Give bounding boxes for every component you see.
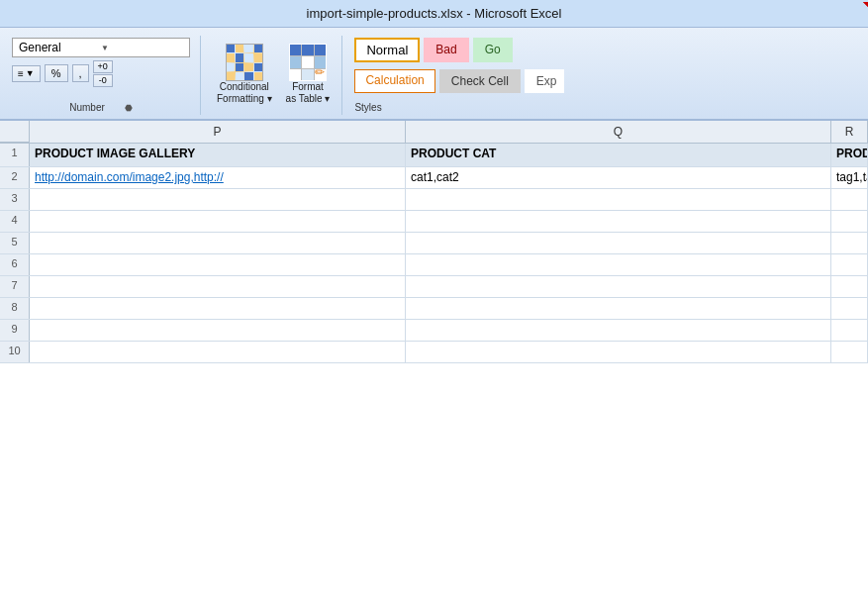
cell-r4[interactable]	[831, 211, 868, 232]
corner-cell	[0, 121, 30, 143]
row-number: 7	[0, 276, 30, 297]
number-group-expand-icon[interactable]: ⬣	[125, 103, 133, 113]
number-group-label: Number	[69, 102, 105, 113]
dropdown-arrow-icon: ▼	[101, 44, 183, 52]
cell-r10[interactable]	[831, 342, 868, 362]
align-icon: ≡	[18, 68, 24, 79]
col-p-label: P	[213, 125, 221, 139]
cell-q3[interactable]	[406, 189, 831, 210]
cell-r9[interactable]	[831, 320, 868, 341]
sheet-body: 1 PRODUCT IMAGE GALLERY PRODUCT CAT PROD…	[0, 144, 868, 363]
styles-group: Normal Bad Go Calculation Check Cell Exp…	[346, 36, 860, 115]
row-number: 1	[0, 144, 30, 166]
cell-q10[interactable]	[406, 342, 831, 362]
row-number: 3	[0, 189, 30, 210]
row-number: 2	[0, 167, 30, 188]
table-row: 4	[0, 211, 868, 233]
style-explanatory[interactable]: Exp	[525, 69, 564, 93]
cell-r6[interactable]	[831, 254, 868, 275]
col-q-label: Q	[614, 125, 623, 139]
cell-r8[interactable]	[831, 298, 868, 319]
row-number: 9	[0, 320, 30, 341]
percent-button[interactable]: %	[45, 64, 68, 82]
cell-r5[interactable]	[831, 233, 868, 253]
table-row: 2 http://domain.com/image2.jpg,http:// c…	[0, 167, 868, 189]
cell-p10[interactable]	[30, 342, 406, 362]
column-header-q[interactable]: Q	[406, 121, 831, 143]
cell-p9[interactable]	[30, 320, 406, 341]
styles-label: Styles	[354, 102, 381, 113]
format-as-table-button[interactable]: ✏ Formatas Table ▾	[282, 42, 335, 107]
cell-r2[interactable]: tag1,ta	[831, 167, 868, 188]
number-group: General ▼ ≡ ▼ % , +0 -0 Numbe	[8, 36, 201, 115]
table-row: 3	[0, 189, 868, 211]
cell-r3[interactable]	[831, 189, 868, 210]
table-row: 9	[0, 320, 868, 342]
cell-p1[interactable]: PRODUCT IMAGE GALLERY	[30, 144, 406, 166]
spreadsheet: P Q R 1 PRODUCT IMAGE GALLERY PRODUCT CA…	[0, 121, 868, 363]
number-format-value: General	[19, 41, 101, 54]
style-bad[interactable]: Bad	[424, 38, 468, 62]
conditional-formatting-label: ConditionalFormatting ▾	[217, 81, 272, 105]
row-number: 8	[0, 298, 30, 319]
column-header-r[interactable]: R	[831, 121, 868, 143]
col-r-label: R	[845, 125, 854, 139]
cell-p8[interactable]	[30, 298, 406, 319]
title-text: import-simple-products.xlsx - Microsoft …	[307, 6, 562, 21]
table-row: 8	[0, 298, 868, 320]
cell-q5[interactable]	[406, 233, 831, 253]
cell-p3[interactable]	[30, 189, 406, 210]
cell-q9[interactable]	[406, 320, 831, 341]
format-as-table-icon: ✏	[289, 44, 327, 81]
cell-p6[interactable]	[30, 254, 406, 275]
cell-p7[interactable]	[30, 276, 406, 297]
conditional-format-group: ConditionalFormatting ▾ ✏	[205, 36, 342, 115]
cell-q7[interactable]	[406, 276, 831, 297]
column-header-p[interactable]: P	[30, 121, 406, 143]
row-number: 4	[0, 211, 30, 232]
align-label: ▼	[26, 68, 35, 78]
table-row: 7	[0, 276, 868, 298]
increase-decimal-button[interactable]: +0	[93, 60, 113, 73]
ribbon: General ▼ ≡ ▼ % , +0 -0 Numbe	[0, 28, 868, 121]
conditional-formatting-button[interactable]: ConditionalFormatting ▾	[213, 42, 276, 107]
cell-q1[interactable]: PRODUCT CAT	[406, 144, 831, 166]
format-as-table-label: Formatas Table ▾	[286, 81, 331, 105]
column-headers: P Q R	[0, 121, 868, 144]
style-good[interactable]: Go	[473, 38, 513, 62]
cell-p2[interactable]: http://domain.com/image2.jpg,http://	[30, 167, 406, 188]
cell-r1[interactable]: PRODU	[831, 144, 868, 166]
cell-p4[interactable]	[30, 211, 406, 232]
table-row: 10	[0, 342, 868, 363]
style-check-cell[interactable]: Check Cell	[439, 69, 521, 93]
cell-r7[interactable]	[831, 276, 868, 297]
cell-p5[interactable]	[30, 233, 406, 253]
table-row: 5	[0, 233, 868, 254]
title-bar: import-simple-products.xlsx - Microsoft …	[0, 0, 868, 28]
row-number: 6	[0, 254, 30, 275]
number-format-dropdown[interactable]: General ▼	[12, 38, 190, 57]
table-row: 6	[0, 254, 868, 276]
comma-button[interactable]: ,	[72, 64, 89, 82]
decimal-buttons: +0 -0	[93, 60, 113, 87]
style-normal[interactable]: Normal	[354, 38, 420, 62]
cell-q4[interactable]	[406, 211, 831, 232]
cell-q6[interactable]	[406, 254, 831, 275]
conditional-formatting-icon	[226, 44, 263, 81]
row-number: 5	[0, 233, 30, 253]
cell-q8[interactable]	[406, 298, 831, 319]
row-number: 10	[0, 342, 30, 362]
style-calculation[interactable]: Calculation	[354, 69, 434, 93]
decrease-decimal-button[interactable]: -0	[93, 74, 113, 87]
cell-q2[interactable]: cat1,cat2	[406, 167, 831, 188]
align-center-button[interactable]: ≡ ▼	[12, 65, 41, 82]
table-row: 1 PRODUCT IMAGE GALLERY PRODUCT CAT PROD…	[0, 144, 868, 167]
